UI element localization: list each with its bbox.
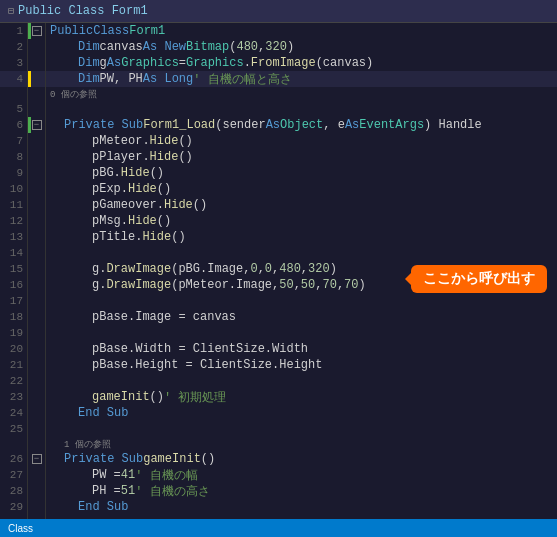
- code-token: As Long: [143, 72, 193, 86]
- code-line-content: [46, 101, 557, 117]
- code-token: ' 自機の幅: [135, 467, 197, 483]
- code-row: 3Dim g As Graphics = Graphics.FromImage(…: [0, 55, 557, 71]
- gutter-cell: [28, 515, 46, 519]
- code-line-content: Public Class Form1: [46, 23, 557, 39]
- gutter-cell: [28, 229, 46, 245]
- code-token: pBG.: [92, 166, 121, 180]
- callout-text: ここから呼び出す: [423, 270, 535, 286]
- code-token: 320: [265, 40, 287, 54]
- code-token: g.: [92, 262, 106, 276]
- code-token: Object: [280, 118, 323, 132]
- code-row: 5: [0, 101, 557, 117]
- code-token: (): [171, 230, 185, 244]
- code-line-content: [46, 421, 557, 437]
- gutter-cell: [28, 389, 46, 405]
- code-token: pExp.: [92, 182, 128, 196]
- collapse-toggle[interactable]: −: [32, 454, 42, 464]
- code-token: 70: [322, 278, 336, 292]
- ref-count-text: 0 個の参照: [46, 87, 557, 101]
- code-token: .: [244, 56, 251, 70]
- code-token: Form1: [129, 24, 165, 38]
- code-token: ,: [337, 278, 344, 292]
- code-line-content: Private Sub gameInit(): [46, 451, 557, 467]
- collapse-toggle[interactable]: −: [32, 120, 42, 130]
- line-number: 22: [0, 373, 28, 389]
- gutter-cell: [28, 149, 46, 165]
- code-row: 18pBase.Image = canvas: [0, 309, 557, 325]
- code-row: 8pPlayer.Hide(): [0, 149, 557, 165]
- code-row: 21pBase.Height = ClientSize.Height: [0, 357, 557, 373]
- gutter-cell: [28, 245, 46, 261]
- code-row: 29End Sub: [0, 499, 557, 515]
- code-line-content: [46, 325, 557, 341]
- code-token: FromImage: [251, 56, 316, 70]
- code-token: pBase.Width = ClientSize.Width: [92, 342, 308, 356]
- gutter-cell: [28, 357, 46, 373]
- code-token: ,: [294, 278, 301, 292]
- code-line-content: [46, 245, 557, 261]
- code-token: canvas: [100, 40, 143, 54]
- collapse-toggle[interactable]: −: [32, 26, 42, 36]
- code-token: Hide: [142, 230, 171, 244]
- code-token: 480: [236, 40, 258, 54]
- code-row: 26−Private Sub gameInit(): [0, 451, 557, 467]
- code-row: 24End Sub: [0, 405, 557, 421]
- gutter-cell: [28, 341, 46, 357]
- line-number: 26: [0, 451, 28, 467]
- code-token: Hide: [150, 134, 179, 148]
- gutter-cell: [28, 325, 46, 341]
- code-row: 23gameInit() ' 初期処理: [0, 389, 557, 405]
- code-token: Hide: [128, 182, 157, 196]
- code-line-content: pMeteor.Hide(): [46, 133, 557, 149]
- code-area[interactable]: 1−Public Class Form12Dim canvas As New B…: [0, 23, 557, 519]
- gutter-cell: [28, 405, 46, 421]
- status-bar: Class: [0, 519, 557, 537]
- code-line-content: [46, 293, 557, 309]
- line-number: 18: [0, 309, 28, 325]
- code-token: (): [157, 214, 171, 228]
- code-token: 320: [308, 262, 330, 276]
- code-line-content: PH = 51 ' 自機の高さ: [46, 483, 557, 499]
- code-token: (): [150, 390, 164, 404]
- code-token: gameInit: [92, 390, 150, 404]
- gutter-cell: [28, 101, 46, 117]
- header-title: Public Class Form1: [18, 4, 148, 18]
- status-class-label: Class: [8, 523, 33, 534]
- gutter-cell: [28, 165, 46, 181]
- gutter-cell: [28, 293, 46, 309]
- gutter-cell: [28, 467, 46, 483]
- line-number: 9: [0, 165, 28, 181]
- code-token: 51: [121, 484, 135, 498]
- code-token: (pBG.Image,: [171, 262, 250, 276]
- code-line-content: End Sub: [46, 405, 557, 421]
- code-token: Public: [50, 24, 93, 38]
- code-token: 50: [301, 278, 315, 292]
- code-token: 480: [279, 262, 301, 276]
- code-line-content: pBase.Image = canvas: [46, 309, 557, 325]
- code-token: Class: [93, 24, 129, 38]
- code-line-content: Dim PW, PH As Long ' 自機の幅と高さ: [46, 71, 557, 87]
- code-token: PH =: [92, 484, 121, 498]
- line-number: 21: [0, 357, 28, 373]
- line-number: 10: [0, 181, 28, 197]
- code-token: DrawImage: [106, 262, 171, 276]
- line-number: 25: [0, 421, 28, 437]
- gutter-cell: [28, 499, 46, 515]
- code-line-content: Dim g As Graphics = Graphics.FromImage(c…: [46, 55, 557, 71]
- code-line-content: Dim canvas As New Bitmap(480, 320): [46, 39, 557, 55]
- line-number: 4: [0, 71, 28, 87]
- callout-bubble: ここから呼び出す: [411, 265, 547, 293]
- gutter-cell: [28, 373, 46, 389]
- code-token: ' 自機の高さ: [135, 483, 209, 499]
- gutter-cell: [28, 71, 46, 87]
- code-token: Private Sub: [64, 118, 143, 132]
- line-number: 7: [0, 133, 28, 149]
- line-number: 6: [0, 117, 28, 133]
- gutter-cell: [28, 39, 46, 55]
- code-row: 9pBG.Hide(): [0, 165, 557, 181]
- code-line-content: PW = 41 ' 自機の幅: [46, 467, 557, 483]
- code-line-content: pMsg.Hide(): [46, 213, 557, 229]
- code-token: Hide: [128, 214, 157, 228]
- code-token: ,: [258, 40, 265, 54]
- code-line-content: pPlayer.Hide(): [46, 149, 557, 165]
